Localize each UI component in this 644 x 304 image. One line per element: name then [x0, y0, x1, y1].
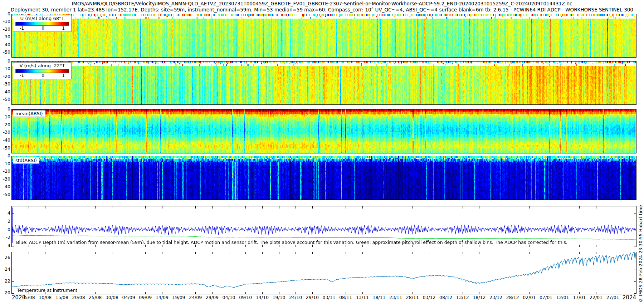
y-tick-label: -30 [0, 81, 10, 87]
v-colorbar-tick-zero: 0 [42, 73, 44, 78]
u-colorbar-tick-zero: 0 [42, 26, 44, 31]
y-tick-label: 24 [0, 266, 10, 272]
x-axis-tick-labels-layer: 05/0810/0815/0820/0825/0830/0804/0909/09… [0, 295, 644, 303]
y-tick-label: -50 [0, 192, 10, 197]
y-tick-label: -30 [0, 34, 10, 39]
u-colorbar-tick-min: -1 [20, 26, 24, 31]
u-velocity-panel: U (m/s) along 68°T -1 0 1 [11, 14, 636, 58]
y-tick-label: -10 [0, 161, 10, 166]
y-tick-label: 4 [0, 210, 10, 216]
y-tick-label: -30 [0, 129, 10, 135]
temperature-series-label: Temperature at instrument [17, 288, 77, 293]
v-colorbar-tick-max: 1 [62, 73, 65, 78]
depth-variation-annotation: Blue: ADCP Depth (m) variation from sens… [16, 240, 567, 245]
v-colorbar-tick-min: -1 [20, 73, 24, 78]
y-tick-label: -40 [0, 137, 10, 143]
start-year-label: 2023 [12, 294, 25, 301]
std-absi-panel: std(ABSI) [11, 156, 636, 200]
y-tick-label: -50 [0, 97, 10, 102]
v-velocity-panel: V (m/s) along -22°T -1 0 1 [11, 61, 636, 105]
figure-subtitle-deployment-info: Deployment 30, member 1 lat=23.48S lon=1… [0, 7, 644, 13]
y-tick-label: -30 [0, 176, 10, 182]
mean-absi-heatmap-canvas [12, 109, 636, 153]
end-year-label: 2024 [615, 294, 636, 301]
y-tick-label: 0 [0, 227, 10, 232]
depth-variation-panel: Blue: ADCP Depth (m) variation from sens… [11, 206, 636, 247]
y-tick-label: 0 [0, 153, 10, 158]
u-colorbar-ticks: -1 0 1 [15, 26, 69, 31]
mean-absi-panel: mean(ABSI) [11, 109, 636, 153]
y-tick-label: 2 [0, 219, 10, 224]
y-tick-label: -4 [0, 243, 10, 248]
y-tick-label: -10 [0, 114, 10, 119]
y-tick-label: -2 [0, 235, 10, 240]
y-tick-label: 0 [0, 11, 10, 16]
y-tick-label: -20 [0, 168, 10, 174]
y-tick-label: -50 [0, 49, 10, 55]
v-legend-title: V (m/s) along -22°T [15, 63, 69, 69]
y-tick-label: -40 [0, 184, 10, 189]
temperature-line-canvas [12, 252, 636, 294]
y-tick-label: -20 [0, 26, 10, 32]
v-colorbar-ticks: -1 0 1 [15, 73, 69, 78]
y-tick-label: 22 [0, 278, 10, 284]
std-absi-label: std(ABSI) [13, 157, 39, 164]
std-absi-heatmap-canvas [12, 156, 636, 200]
y-tick-label: 0 [0, 106, 10, 112]
v-colorbar-legend: V (m/s) along -22°T -1 0 1 [13, 62, 72, 79]
y-tick-label: -20 [0, 74, 10, 79]
y-tick-label: -10 [0, 19, 10, 24]
v-colorbar-jet-gradient [15, 69, 69, 73]
y-tick-label: -20 [0, 122, 10, 127]
u-colorbar-legend: U (m/s) along 68°T -1 0 1 [13, 15, 72, 32]
u-velocity-heatmap-canvas [12, 14, 636, 57]
y-tick-label: 0 [0, 58, 10, 64]
y-tick-label: -50 [0, 145, 10, 151]
y-tick-label: -10 [0, 66, 10, 71]
imos-copyright-vertical-text: © IMOS 28-Feb-2024 23:30:55 Hobart time [638, 205, 643, 303]
y-tick-label: 26 [0, 255, 10, 260]
u-legend-title: U (m/s) along 68°T [15, 16, 69, 21]
v-velocity-heatmap-canvas [12, 62, 636, 104]
figure-title-filename: IMOS/ANMN/QLD/GBROTE/Velocity/IMOS_ANMN-… [0, 1, 644, 6]
y-tick-label: -40 [0, 89, 10, 94]
mean-absi-label: mean(ABSI) [13, 110, 45, 117]
u-colorbar-jet-gradient [15, 22, 69, 26]
y-tick-label: -40 [0, 42, 10, 47]
figure-root: IMOS/ANMN/QLD/GBROTE/Velocity/IMOS_ANMN-… [0, 0, 644, 304]
temperature-panel: Temperature at instrument [11, 252, 636, 294]
u-colorbar-tick-max: 1 [62, 26, 65, 31]
